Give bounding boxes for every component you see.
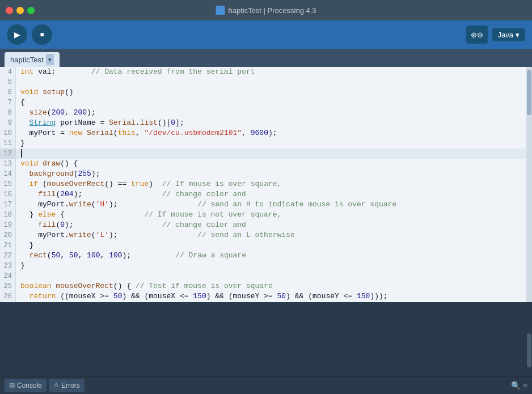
- token-fn-mouseoverect: mouseOverRect: [56, 282, 113, 290]
- token-number: 0: [171, 118, 175, 127]
- errors-button[interactable]: ⚠ Errors: [49, 379, 85, 392]
- token-var: [20, 190, 38, 198]
- token-var: [20, 251, 29, 260]
- line-content: {: [16, 98, 526, 108]
- token-var: (: [91, 231, 96, 239]
- java-mode-button[interactable]: Java ▾: [492, 28, 525, 41]
- token-kw-int: int: [20, 67, 33, 76]
- token-fn-draw: draw: [43, 159, 60, 168]
- close-button[interactable]: [6, 7, 13, 14]
- token-var: );: [65, 221, 74, 229]
- errors-icon: ⚠: [53, 382, 59, 389]
- console-label: Console: [17, 382, 42, 389]
- bottom-scrollbar-track[interactable]: [526, 302, 532, 376]
- token-fn-call: Serial: [87, 129, 113, 137]
- token-var: );: [268, 129, 277, 137]
- token-kw-int: else: [38, 210, 56, 219]
- run-button[interactable]: ▶: [7, 24, 27, 45]
- title-text: hapticTest | Processing 4.3: [228, 6, 316, 15]
- toolbar-right: ⊕⊖ Java ▾: [466, 26, 525, 44]
- traffic-lights: [6, 7, 35, 14]
- token-var: }: [20, 261, 25, 270]
- token-var: );: [109, 200, 118, 209]
- line-number: 26: [0, 291, 16, 302]
- token-number: 50: [277, 292, 286, 300]
- vertical-scrollbar[interactable]: [526, 67, 532, 302]
- token-var: portName =: [56, 118, 109, 127]
- line-content: myPort.write('H'); // send an H to indic…: [16, 200, 526, 210]
- token-var: ): [206, 292, 211, 300]
- token-fn-call: write: [69, 200, 91, 209]
- tab-dropdown-button[interactable]: ▾: [46, 54, 54, 65]
- line-number: 7: [0, 98, 16, 108]
- scrollbar-thumb[interactable]: [527, 70, 531, 115]
- token-number: 50: [113, 292, 123, 300]
- line-number: 21: [0, 240, 16, 251]
- debugger-button[interactable]: ⊕⊖: [466, 26, 488, 44]
- line-number: 24: [0, 271, 16, 281]
- code-line: 8 size(200, 200);: [0, 108, 526, 118]
- tab-haptictest[interactable]: hapticTest ▾: [5, 52, 60, 67]
- line-number: 15: [0, 179, 16, 189]
- editor-content[interactable]: 4int val; // Data received from the seri…: [0, 67, 526, 302]
- code-line: 23}: [0, 261, 526, 271]
- token-number: 200: [74, 108, 87, 117]
- line-number: 18: [0, 210, 16, 220]
- token-var: ): [149, 180, 153, 188]
- token-fn-call: mouseOverRect: [47, 180, 104, 188]
- maximize-button[interactable]: [27, 7, 35, 14]
- token-fn-call: rect: [29, 251, 47, 260]
- stop-button[interactable]: ■: [32, 24, 52, 45]
- line-number: 14: [0, 169, 16, 179]
- token-var: }: [20, 241, 33, 249]
- token-kw-void: void: [20, 159, 38, 168]
- minimize-button[interactable]: [16, 7, 24, 14]
- line-content: int val; // Data received from the seria…: [16, 67, 526, 77]
- token-var: [20, 180, 29, 188]
- code-line: 13void draw() {: [0, 159, 526, 169]
- token-number: 150: [357, 292, 370, 300]
- token-number: 150: [193, 292, 206, 300]
- line-number: 4: [0, 67, 16, 77]
- code-line: 9 String portName = Serial.list()[0];: [0, 118, 526, 128]
- line-number: 10: [0, 128, 16, 138]
- token-var: (: [113, 129, 118, 137]
- token-number: 255: [78, 170, 91, 178]
- token-var: ): [286, 292, 290, 300]
- token-comment: // If mouse is over square,: [153, 180, 281, 188]
- token-var: myPort.: [20, 231, 69, 239]
- console-button[interactable]: ▤ Console: [5, 379, 47, 392]
- code-line: 22 rect(50, 50, 100, 100); // Draw a squ…: [0, 251, 526, 261]
- token-comment: // Test if mouse is over square: [136, 282, 273, 290]
- code-line: 5: [0, 77, 526, 87]
- token-fn-call: size: [29, 108, 47, 117]
- token-number: 50: [69, 251, 78, 260]
- token-var: ,: [65, 108, 74, 117]
- bottom-content: [0, 302, 526, 376]
- bottom-scrollbar-thumb[interactable]: [527, 333, 531, 367]
- token-var: val;: [33, 67, 56, 76]
- token-var: );: [74, 190, 83, 198]
- token-var: ,: [242, 129, 251, 137]
- token-fn-call: background: [29, 170, 74, 178]
- token-var: ,: [60, 251, 69, 260]
- window-title: hapticTest | Processing 4.3: [216, 6, 316, 15]
- token-number: 9600: [251, 129, 268, 137]
- line-number: 16: [0, 189, 16, 200]
- code-line: 4int val; // Data received from the seri…: [0, 67, 526, 77]
- line-content: [16, 149, 526, 159]
- token-comment: // change color and: [74, 221, 246, 229]
- line-number: 9: [0, 118, 16, 128]
- token-kw-true: true: [131, 180, 149, 188]
- token-var: );: [91, 170, 100, 178]
- token-comment: // If mouse is not over square,: [65, 210, 281, 219]
- token-var: () {: [60, 159, 78, 168]
- line-content: myPort.write('L'); // send an L otherwis…: [16, 230, 526, 240]
- filter-button[interactable]: ≡: [523, 381, 527, 390]
- token-fn-call: list: [140, 118, 158, 127]
- line-number: 13: [0, 159, 16, 169]
- line-content: return ((mouseX >= 50) && (mouseX <= 150…: [16, 291, 526, 302]
- search-button[interactable]: 🔍: [511, 381, 521, 390]
- line-number: 19: [0, 220, 16, 230]
- token-string-val: 'H': [96, 200, 109, 209]
